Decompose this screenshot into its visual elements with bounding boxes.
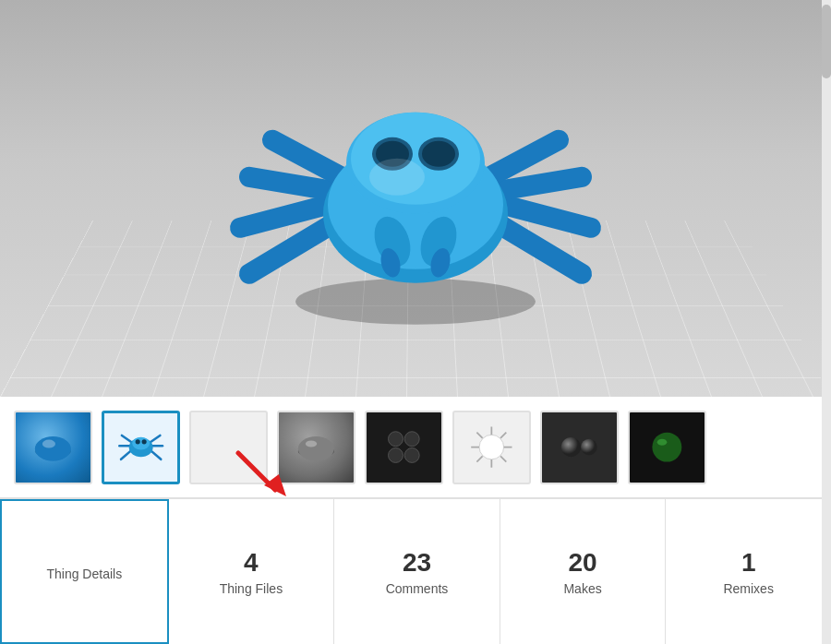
tab-thing-files-label: Thing Files (220, 581, 283, 596)
tab-remixes-label: Remixes (723, 581, 773, 596)
svg-point-51 (561, 437, 581, 457)
tab-thing-files-count: 4 (244, 547, 259, 578)
svg-line-29 (122, 435, 132, 443)
scrollbar-thumb[interactable] (822, 5, 831, 78)
tab-makes-label: Makes (563, 581, 601, 596)
svg-point-42 (479, 435, 504, 459)
svg-marker-56 (264, 474, 286, 496)
tab-thing-files[interactable]: 4 Thing Files (169, 499, 335, 644)
thumbnail-1[interactable] (14, 411, 92, 484)
svg-line-30 (150, 435, 160, 443)
svg-point-38 (389, 432, 403, 447)
svg-point-37 (306, 440, 317, 447)
svg-point-23 (35, 436, 71, 461)
tab-comments[interactable]: 23 Comments (334, 499, 500, 644)
svg-point-36 (298, 436, 334, 461)
spider-model (222, 34, 609, 333)
svg-line-50 (500, 456, 506, 461)
svg-point-33 (135, 439, 139, 444)
thumbnail-6[interactable] (452, 411, 531, 484)
tab-remixes[interactable]: 1 Remixes (666, 499, 831, 644)
svg-point-53 (653, 433, 682, 462)
svg-point-52 (581, 439, 597, 456)
thumbnail-8[interactable] (628, 411, 706, 484)
tab-makes[interactable]: 20 Makes (500, 499, 667, 644)
svg-point-12 (351, 113, 480, 205)
svg-point-40 (389, 447, 403, 462)
thumbnail-strip (0, 397, 831, 498)
svg-point-34 (141, 439, 146, 444)
red-arrow (229, 448, 303, 507)
svg-line-7 (499, 177, 582, 191)
svg-point-39 (404, 432, 419, 447)
main-image (0, 0, 831, 397)
svg-line-8 (489, 140, 559, 177)
svg-point-16 (422, 141, 455, 167)
svg-point-54 (657, 439, 668, 446)
tab-comments-count: 23 (403, 547, 431, 578)
tab-remixes-count: 1 (741, 547, 756, 578)
svg-point-24 (42, 440, 55, 448)
svg-point-21 (369, 159, 425, 196)
svg-point-0 (295, 279, 536, 325)
tab-makes-count: 20 (569, 547, 597, 578)
svg-point-32 (132, 436, 150, 449)
svg-line-48 (500, 433, 506, 438)
scrollbar[interactable] (822, 0, 831, 644)
svg-line-47 (477, 433, 483, 438)
tab-thing-details[interactable]: Thing Details (0, 499, 169, 644)
tab-thing-details-label: Thing Details (46, 566, 122, 581)
svg-line-4 (272, 140, 342, 177)
svg-line-3 (249, 177, 332, 191)
bottom-nav: Thing Details 4 Thing Files 23 Comments … (0, 498, 831, 644)
thumbnail-7[interactable] (540, 411, 619, 484)
thumbnail-2[interactable] (102, 411, 180, 484)
svg-point-41 (404, 447, 419, 462)
svg-line-49 (477, 456, 483, 461)
thumbnail-5[interactable] (365, 411, 443, 484)
tab-comments-label: Comments (386, 581, 449, 596)
